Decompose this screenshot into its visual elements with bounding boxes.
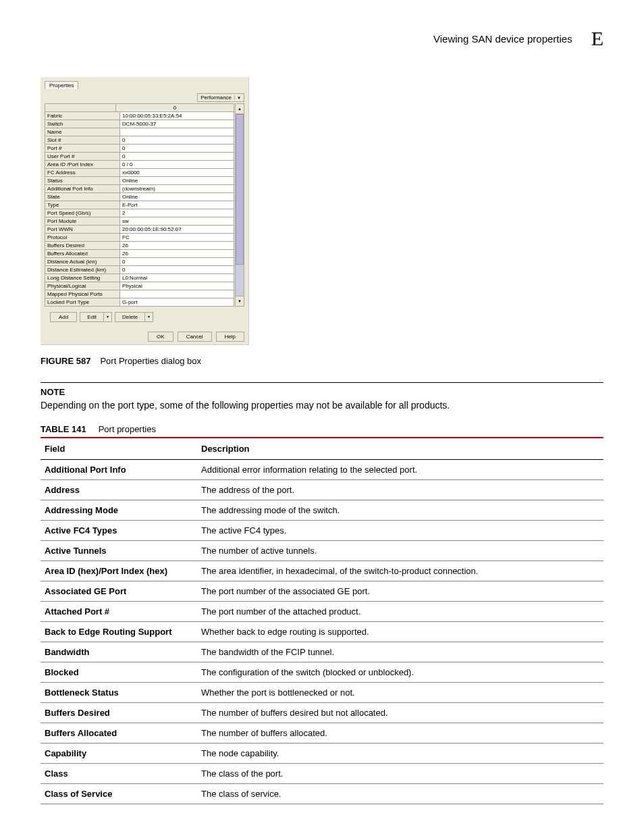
table-row: ClassThe class of the port.	[41, 764, 603, 784]
grid-row: Buffers Allocated26	[45, 250, 234, 258]
grid-row-label: Mapped Physical Ports	[45, 290, 120, 298]
grid-row: User Port #0	[45, 153, 234, 161]
note-label: NOTE	[41, 387, 603, 397]
ok-button[interactable]: OK	[148, 332, 173, 342]
desc-cell: The number of buffers allocated.	[197, 723, 603, 744]
grid-row-value: 0	[120, 136, 234, 145]
desc-cell: The addressing mode of the switch.	[197, 500, 603, 521]
desc-cell: The node capability.	[197, 744, 603, 764]
grid-row: SwitchDCM-5000-37	[45, 120, 234, 128]
table-row: Associated GE PortThe port number of the…	[41, 581, 603, 602]
grid-row-value: 26	[120, 250, 234, 258]
table-row: Bottleneck StatusWhether the port is bot…	[41, 683, 603, 703]
grid-row-label: Additional Port Info	[45, 185, 120, 193]
grid-row-label: Buffers Allocated	[45, 250, 120, 258]
grid-row-value: 0	[120, 145, 234, 153]
grid-row-value: G-port	[120, 298, 234, 307]
grid-row-value: 0	[120, 258, 234, 266]
grid-row-value	[120, 128, 234, 136]
grid-row-value: 0	[120, 266, 234, 274]
header-letter: E	[591, 27, 603, 50]
scroll-down-icon[interactable]: ▼	[235, 296, 244, 307]
grid-row-label: Physical/Logical	[45, 282, 120, 290]
grid-row-label: Port WWN	[45, 226, 120, 234]
table-row: Active TunnelsThe number of active tunne…	[41, 541, 603, 561]
field-cell: Bottleneck Status	[41, 683, 197, 703]
grid-row-value: (downstream)	[120, 185, 234, 193]
grid-row-label: State	[45, 193, 120, 201]
grid-row-value: sw	[120, 217, 234, 226]
col-field: Field	[41, 438, 197, 460]
grid-row: StateOnline	[45, 193, 234, 201]
grid-row: Port Speed (Gb/s)2	[45, 209, 234, 217]
grid-row-label: Buffers Desired	[45, 242, 120, 250]
table-row: Class of ServiceThe class of service.	[41, 784, 603, 804]
grid-row-label: Distance Actual (km)	[45, 258, 120, 266]
grid-row: Distance Actual (km)0	[45, 258, 234, 266]
delete-button[interactable]: Delete ▾	[115, 312, 153, 322]
grid-row: Slot #0	[45, 136, 234, 145]
desc-cell: The number of buffers desired but not al…	[197, 703, 603, 723]
grid-row-label: FC Address	[45, 169, 120, 177]
add-button[interactable]: Add	[50, 312, 77, 322]
grid-row: Port #0	[45, 145, 234, 153]
table-row: Back to Edge Routing SupportWhether back…	[41, 622, 603, 642]
table-row: Active FC4 TypesThe active FC4 types.	[41, 521, 603, 541]
header-title: Viewing SAN device properties	[433, 33, 572, 45]
table-caption: TABLE 141Port properties	[41, 424, 603, 434]
grid-row-value: 0 / 0	[120, 161, 234, 169]
grid-row: ProtocolFC	[45, 234, 234, 242]
grid-row-value: L0:Normal	[120, 274, 234, 282]
grid-row-value: Online	[120, 177, 234, 185]
performance-button[interactable]: Performance ▼	[197, 93, 244, 102]
desc-cell: Whether the port is bottlenecked or not.	[197, 683, 603, 703]
col-description: Description	[197, 438, 603, 460]
table-row: Attached Port #The port number of the at…	[41, 602, 603, 622]
port-properties-table: Field Description Additional Port InfoAd…	[41, 438, 603, 804]
grid-row-value: DCM-5000-37	[120, 120, 234, 128]
table-row: Addressing ModeThe addressing mode of th…	[41, 500, 603, 521]
grid-row-label: Long Distance Setting	[45, 274, 120, 282]
desc-cell: The port number of the attached product.	[197, 602, 603, 622]
grid-row-label: User Port #	[45, 153, 120, 161]
table-row: Area ID (hex)/Port Index (hex)The area i…	[41, 561, 603, 581]
grid-row: Long Distance SettingL0:Normal	[45, 274, 234, 282]
figure-caption: FIGURE 587Port Properties dialog box	[41, 356, 603, 366]
edit-button[interactable]: Edit ▾	[80, 312, 112, 322]
desc-cell: The active FC4 types.	[197, 521, 603, 541]
grid-row-value: 0	[120, 153, 234, 161]
grid-row-label: Slot #	[45, 136, 120, 145]
field-cell: Buffers Desired	[41, 703, 197, 723]
chevron-down-icon: ▼	[234, 96, 241, 100]
performance-label: Performance	[200, 95, 232, 101]
grid-row-value: xx0000	[120, 169, 234, 177]
field-cell: Buffers Allocated	[41, 723, 197, 744]
grid-row: Additional Port Info(downstream)	[45, 185, 234, 193]
desc-cell: The port number of the associated GE por…	[197, 581, 603, 602]
grid-row-value: Online	[120, 193, 234, 201]
table-row: BlockedThe configuration of the switch (…	[41, 662, 603, 683]
grid-row: FC Addressxx0000	[45, 169, 234, 177]
tab-properties[interactable]: Properties	[45, 81, 78, 89]
field-cell: Additional Port Info	[41, 460, 197, 480]
desc-cell: Whether back to edge routing is supporte…	[197, 622, 603, 642]
table-row: Additional Port InfoAdditional error inf…	[41, 460, 603, 480]
field-cell: Addressing Mode	[41, 500, 197, 521]
grid-row-label: Name	[45, 128, 120, 136]
field-cell: Associated GE Port	[41, 581, 197, 602]
table-row: AddressThe address of the port.	[41, 480, 603, 500]
page-header: Viewing SAN device properties E	[41, 27, 603, 50]
table-row: CapabilityThe node capability.	[41, 744, 603, 764]
vertical-scrollbar[interactable]: ▲ ▼	[235, 103, 244, 307]
grid-row: Locked Port TypeG-port	[45, 298, 234, 307]
scroll-up-icon[interactable]: ▲	[235, 103, 244, 114]
grid-row: Physical/LogicalPhysical	[45, 282, 234, 290]
help-button[interactable]: Help	[216, 332, 244, 342]
grid-row-label: Port Speed (Gb/s)	[45, 209, 120, 217]
grid-row-value: 26	[120, 242, 234, 250]
grid-row-value: Physical	[120, 282, 234, 290]
cancel-button[interactable]: Cancel	[178, 332, 212, 342]
desc-cell: The address of the port.	[197, 480, 603, 500]
grid-column-header: 0	[116, 103, 234, 112]
field-cell: Area ID (hex)/Port Index (hex)	[41, 561, 197, 581]
